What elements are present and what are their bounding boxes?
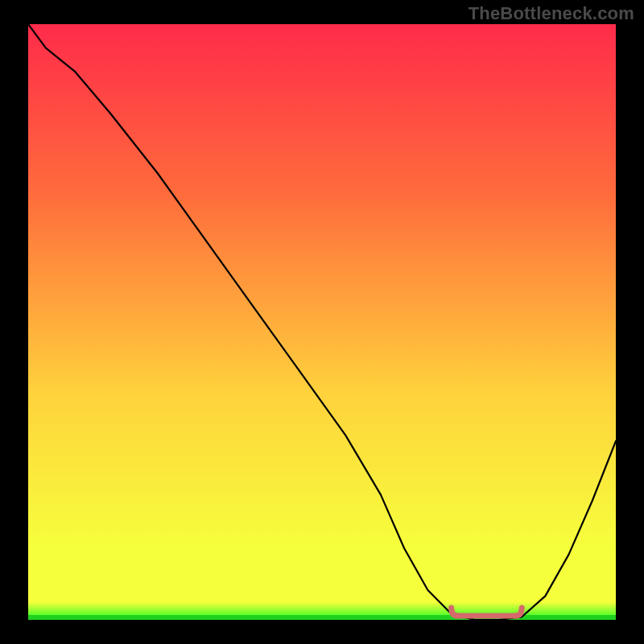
chart-container: TheBottleneck.com — [0, 0, 644, 644]
svg-rect-1 — [28, 615, 616, 620]
watermark-text: TheBottleneck.com — [469, 3, 634, 24]
chart-svg — [28, 24, 616, 620]
svg-rect-0 — [28, 24, 616, 620]
plot-area — [28, 24, 616, 620]
